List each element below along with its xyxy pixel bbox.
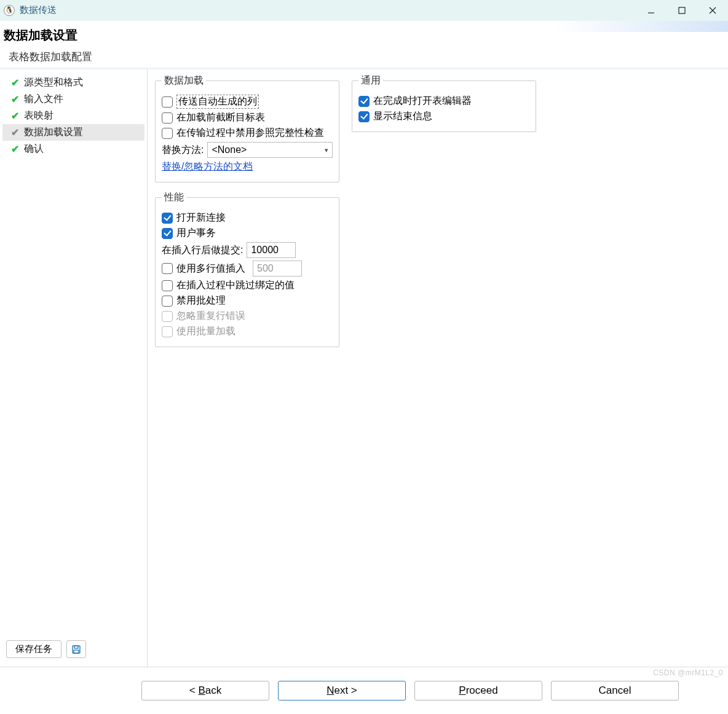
label-user-transaction: 用户事务: [176, 227, 216, 240]
group-performance: 性能 打开新连接 用户事务 在插入行后做提交: 使用多行值插入: [155, 191, 339, 347]
group-general: 通用 在完成时打开表编辑器 显示结束信息: [352, 74, 536, 132]
select-replace-method[interactable]: <None> ▾: [207, 142, 333, 158]
group-general-legend: 通用: [358, 74, 383, 87]
check-icon: ✔: [11, 127, 19, 138]
watermark: CSDN @mrM1L2_0: [653, 669, 723, 677]
label-commit-after: 在插入行后做提交:: [162, 244, 243, 257]
minimize-button[interactable]: [636, 0, 667, 21]
label-truncate-before: 在加载前截断目标表: [176, 111, 265, 124]
checkbox-disable-batch[interactable]: [162, 296, 173, 307]
wizard-footer: < Back Next > Proceed Cancel: [0, 667, 728, 714]
group-data-load: 数据加载 传送自动生成的列 在加载前截断目标表 在传输过程中禁用参照完整性检查 …: [155, 74, 339, 182]
row-user-transaction[interactable]: 用户事务: [162, 227, 333, 240]
row-truncate-before[interactable]: 在加载前截断目标表: [162, 111, 333, 124]
row-multi-row-insert[interactable]: 使用多行值插入: [162, 261, 333, 277]
checkbox-ignore-dup-errors: [162, 311, 173, 322]
checkbox-truncate-before[interactable]: [162, 112, 173, 124]
step-table-mapping[interactable]: ✔ 表映射: [2, 108, 144, 124]
row-replace-doc-link: 替换/忽略方法的文档: [162, 160, 333, 173]
label-open-editor-on-finish: 在完成时打开表编辑器: [373, 95, 472, 108]
link-replace-doc[interactable]: 替换/忽略方法的文档: [162, 160, 253, 173]
svg-rect-5: [74, 646, 78, 648]
chevron-down-icon: ▾: [325, 146, 328, 154]
label-replace-method: 替换方法:: [162, 144, 204, 157]
checkbox-use-bulk-load: [162, 326, 173, 337]
step-label: 数据加载设置: [24, 126, 83, 139]
step-label: 源类型和格式: [24, 76, 83, 89]
step-confirm[interactable]: ✔ 确认: [2, 141, 144, 157]
label-skip-bound-values: 在插入过程中跳过绑定的值: [176, 279, 295, 292]
label-open-new-conn: 打开新连接: [176, 211, 226, 224]
checkbox-skip-bound-values[interactable]: [162, 280, 173, 291]
step-label: 表映射: [24, 109, 53, 122]
step-data-load-settings[interactable]: ✔ 数据加载设置: [2, 124, 144, 141]
titlebar: 🐧 数据传送: [0, 0, 728, 21]
wizard-header: 数据加载设置 表格数据加载配置: [0, 21, 728, 68]
check-icon: ✔: [11, 143, 19, 155]
row-open-editor-on-finish[interactable]: 在完成时打开表编辑器: [358, 95, 529, 108]
row-open-new-conn[interactable]: 打开新连接: [162, 211, 333, 224]
checkbox-multi-row-insert[interactable]: [162, 263, 173, 274]
content-area: 数据加载 传送自动生成的列 在加载前截断目标表 在传输过程中禁用参照完整性检查 …: [148, 69, 728, 667]
label-ignore-dup-errors: 忽略重复行错误: [176, 310, 245, 323]
step-source-type[interactable]: ✔ 源类型和格式: [2, 74, 144, 91]
save-task-icon-button[interactable]: [66, 640, 86, 658]
close-icon: [708, 6, 717, 15]
next-button[interactable]: Next >: [278, 681, 406, 700]
save-icon: [71, 645, 81, 654]
maximize-icon: [678, 6, 686, 15]
checkbox-open-new-conn[interactable]: [162, 213, 173, 224]
checkbox-disable-ref-integrity[interactable]: [162, 128, 173, 139]
input-multi-row-insert[interactable]: [253, 261, 302, 277]
cancel-button[interactable]: Cancel: [551, 681, 679, 700]
page-title: 数据加载设置: [4, 27, 724, 44]
row-disable-ref-integrity[interactable]: 在传输过程中禁用参照完整性检查: [162, 127, 333, 139]
input-commit-after[interactable]: [247, 242, 296, 258]
label-disable-batch: 禁用批处理: [176, 294, 226, 307]
proceed-button[interactable]: Proceed: [414, 681, 542, 700]
label-show-end-info: 显示结束信息: [373, 110, 432, 123]
row-commit-after: 在插入行后做提交:: [162, 242, 333, 258]
row-transfer-auto-cols[interactable]: 传送自动生成的列: [162, 95, 333, 109]
back-button[interactable]: < Back: [141, 681, 269, 700]
check-icon: ✔: [11, 93, 19, 105]
maximize-button[interactable]: [667, 0, 697, 21]
row-disable-batch[interactable]: 禁用批处理: [162, 294, 333, 307]
label-disable-ref-integrity: 在传输过程中禁用参照完整性检查: [176, 127, 324, 139]
main-area: ✔ 源类型和格式 ✔ 输入文件 ✔ 表映射 ✔ 数据加载设置 ✔ 确认 保存任务: [0, 69, 728, 667]
minimize-icon: [647, 6, 655, 15]
step-label: 输入文件: [24, 93, 63, 106]
svg-rect-1: [679, 7, 685, 14]
check-icon: ✔: [11, 77, 19, 88]
wizard-sidebar: ✔ 源类型和格式 ✔ 输入文件 ✔ 表映射 ✔ 数据加载设置 ✔ 确认 保存任务: [0, 69, 148, 667]
checkbox-show-end-info[interactable]: [358, 111, 370, 122]
row-show-end-info[interactable]: 显示结束信息: [358, 110, 529, 123]
window-title: 数据传送: [20, 4, 57, 16]
app-icon: 🐧: [4, 5, 15, 16]
checkbox-open-editor-on-finish[interactable]: [358, 96, 370, 107]
row-use-bulk-load: 使用批量加载: [162, 325, 333, 338]
step-list: ✔ 源类型和格式 ✔ 输入文件 ✔ 表映射 ✔ 数据加载设置 ✔ 确认: [2, 74, 144, 637]
label-use-bulk-load: 使用批量加载: [176, 325, 235, 338]
select-replace-method-value: <None>: [212, 144, 247, 155]
check-icon: ✔: [11, 110, 19, 122]
label-transfer-auto-cols: 传送自动生成的列: [176, 95, 259, 109]
page-subtitle: 表格数据加载配置: [4, 47, 724, 66]
close-button[interactable]: [697, 0, 728, 21]
sidebar-bottom: 保存任务: [2, 637, 144, 662]
step-input-file[interactable]: ✔ 输入文件: [2, 91, 144, 108]
group-performance-legend: 性能: [162, 191, 186, 204]
save-task-button[interactable]: 保存任务: [6, 640, 61, 658]
row-skip-bound-values[interactable]: 在插入过程中跳过绑定的值: [162, 279, 333, 292]
row-ignore-dup-errors: 忽略重复行错误: [162, 310, 333, 323]
step-label: 确认: [24, 143, 44, 155]
row-replace-method: 替换方法: <None> ▾: [162, 142, 333, 158]
svg-rect-6: [74, 650, 79, 653]
label-multi-row-insert: 使用多行值插入: [176, 262, 245, 275]
checkbox-transfer-auto-cols[interactable]: [162, 96, 173, 108]
group-data-load-legend: 数据加载: [162, 74, 206, 87]
checkbox-user-transaction[interactable]: [162, 228, 173, 239]
